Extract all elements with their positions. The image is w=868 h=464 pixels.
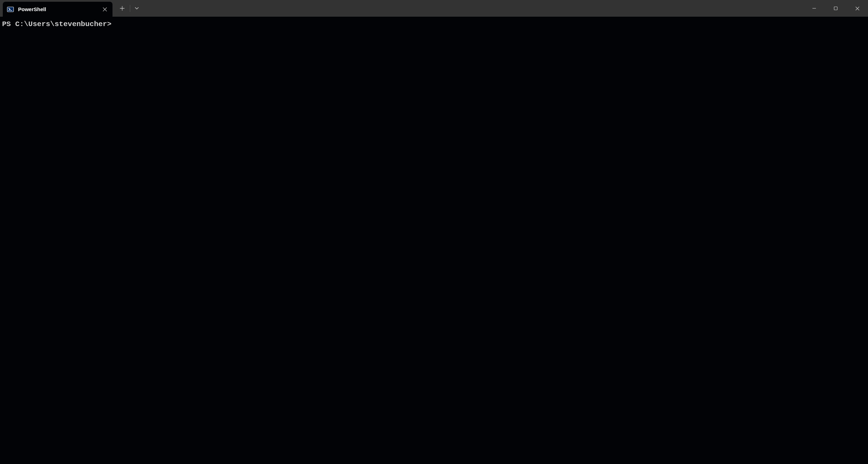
divider xyxy=(130,5,130,12)
minimize-icon xyxy=(812,6,816,10)
terminal-prompt: PS C:\Users\stevenbucher> xyxy=(2,19,866,29)
minimize-button[interactable] xyxy=(803,0,825,17)
new-tab-dropdown-button[interactable] xyxy=(131,2,143,15)
close-window-button[interactable] xyxy=(846,0,868,17)
terminal-area[interactable]: PS C:\Users\stevenbucher> xyxy=(0,17,868,464)
tab-powershell[interactable]: PowerShell xyxy=(3,2,112,17)
tab-label: PowerShell xyxy=(18,6,100,12)
svg-rect-3 xyxy=(834,7,837,10)
maximize-icon xyxy=(834,6,838,10)
maximize-button[interactable] xyxy=(825,0,846,17)
close-icon xyxy=(103,7,107,11)
window-controls xyxy=(803,0,868,17)
new-tab-area xyxy=(112,0,143,17)
titlebar-drag-region[interactable] xyxy=(143,0,803,17)
close-icon xyxy=(855,6,860,11)
chevron-down-icon xyxy=(135,7,139,10)
tab-close-button[interactable] xyxy=(100,5,110,14)
tab-area: PowerShell xyxy=(0,0,112,17)
new-tab-button[interactable] xyxy=(115,2,129,15)
window: PowerShell xyxy=(0,0,868,464)
powershell-icon xyxy=(7,6,14,13)
titlebar: PowerShell xyxy=(0,0,868,17)
plus-icon xyxy=(120,6,125,11)
